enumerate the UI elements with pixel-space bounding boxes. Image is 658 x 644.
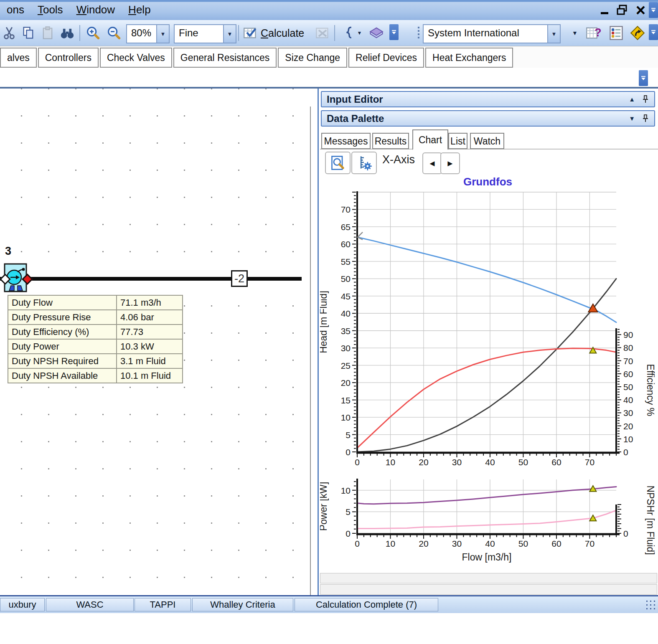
- restore-button[interactable]: [616, 4, 628, 16]
- close-button[interactable]: ×: [636, 2, 645, 18]
- component-tab-general-resistances[interactable]: General Resistances: [173, 48, 277, 68]
- toolbar-overflow-button[interactable]: [389, 24, 399, 40]
- resize-grip-icon[interactable]: [645, 600, 656, 611]
- svg-text:?: ?: [594, 26, 601, 39]
- zoom-level-value: 80%: [127, 25, 156, 43]
- minimize-button[interactable]: [601, 6, 608, 14]
- data-palette-header[interactable]: Data Palette ▼: [321, 110, 655, 127]
- calculate-label: Calculate: [261, 27, 304, 39]
- duty-table-row: Duty NPSH Required3.1 m Fluid: [8, 354, 183, 368]
- application-window: onsToolsWindowHelp ×: [0, 0, 658, 644]
- input-editor-header[interactable]: Input Editor ▲: [321, 91, 655, 107]
- combo-dropdown-icon[interactable]: ▼: [156, 25, 169, 43]
- panel-footer-row: [320, 573, 657, 583]
- svg-text:0: 0: [355, 539, 360, 548]
- duty-label: Duty Pressure Rise: [8, 310, 117, 325]
- palette-tab-results[interactable]: Results: [372, 133, 409, 149]
- secondary-dropdown-button[interactable]: ▼: [567, 23, 582, 43]
- svg-text:0: 0: [346, 447, 351, 457]
- axis-settings-button[interactable]: [351, 152, 377, 174]
- component-tab-check-valves[interactable]: Check Valves: [100, 48, 172, 68]
- options-button[interactable]: [606, 23, 627, 43]
- menu-window[interactable]: Window: [70, 0, 122, 19]
- component-tab-alves[interactable]: alves: [0, 48, 37, 68]
- duty-table-row: Duty Efficiency (%)77.73: [8, 325, 183, 339]
- script-button[interactable]: ▼: [338, 23, 365, 43]
- palette-overflow-button[interactable]: [639, 70, 648, 86]
- palette-tab-messages[interactable]: Messages: [321, 133, 371, 149]
- units-combobox[interactable]: System International ▼: [423, 24, 561, 43]
- palette-tab-watch[interactable]: Watch: [470, 133, 504, 149]
- overflow-arrow-icon: [392, 32, 396, 34]
- overflow-arrow-icon: [651, 32, 655, 34]
- dropdown-arrow-icon: ▼: [572, 30, 578, 36]
- scissors-icon: [2, 26, 16, 40]
- overflow-icon: [641, 76, 645, 77]
- quality-combobox[interactable]: Fine ▼: [174, 24, 236, 43]
- toolbar-separator: [238, 25, 239, 41]
- paste-button[interactable]: [38, 23, 57, 43]
- panel-footer-row: [320, 584, 657, 595]
- book-button[interactable]: [367, 23, 386, 43]
- svg-text:60: 60: [623, 369, 633, 379]
- svg-text:30: 30: [341, 343, 351, 353]
- duty-value: 3.1 m Fluid: [117, 354, 183, 368]
- canvas-splitter[interactable]: [310, 106, 311, 595]
- zoom-level-combobox[interactable]: 80% ▼: [126, 24, 170, 43]
- svg-text:60: 60: [551, 457, 561, 467]
- collapse-up-icon[interactable]: ▲: [629, 96, 635, 103]
- toolbar-overflow-button[interactable]: [649, 24, 658, 40]
- svg-text:0: 0: [346, 529, 351, 538]
- menubar-overflow-button[interactable]: [649, 2, 658, 18]
- svg-text:Flow [m3/h]: Flow [m3/h]: [462, 552, 512, 563]
- menu-help[interactable]: Help: [122, 0, 157, 19]
- calculate-button[interactable]: Calculate: [241, 23, 314, 43]
- unit-help-button[interactable]: ?: [583, 23, 604, 43]
- component-tab-heat-exchangers[interactable]: Heat Exchangers: [425, 48, 513, 68]
- copy-button[interactable]: [19, 23, 38, 43]
- x-axis-prev-button[interactable]: ◄: [422, 152, 442, 174]
- svg-text:65: 65: [341, 222, 351, 232]
- palette-tab-chart[interactable]: Chart: [412, 129, 448, 150]
- svg-text:35: 35: [341, 326, 351, 336]
- navigate-button[interactable]: [628, 23, 648, 43]
- menu-ons[interactable]: ons: [0, 0, 31, 19]
- pin-icon[interactable]: [642, 95, 649, 104]
- svg-text:NPSHr [m Fluid]: NPSHr [m Fluid]: [645, 485, 656, 555]
- svg-text:90: 90: [623, 330, 633, 340]
- overflow-icon: [392, 30, 396, 31]
- cut-button[interactable]: [0, 23, 18, 43]
- stop-calculation-button[interactable]: [313, 23, 332, 43]
- node-label: 3: [5, 245, 11, 258]
- svg-text:40: 40: [623, 395, 633, 405]
- combo-dropdown-icon[interactable]: ▼: [547, 25, 560, 43]
- collapse-down-icon[interactable]: ▼: [629, 115, 635, 122]
- input-editor-title: Input Editor: [327, 94, 629, 105]
- svg-text:30: 30: [452, 457, 462, 467]
- pipe-line[interactable]: [0, 277, 302, 281]
- toolbar-grip[interactable]: [418, 27, 419, 39]
- junction-node[interactable]: -2: [231, 270, 248, 287]
- component-tab-relief-devices[interactable]: Relief Devices: [348, 48, 424, 68]
- x-axis-next-button[interactable]: ►: [440, 152, 460, 174]
- svg-text:40: 40: [341, 309, 351, 318]
- zoom-in-button[interactable]: [84, 23, 103, 43]
- svg-text:30: 30: [452, 539, 462, 548]
- zoom-out-button[interactable]: [104, 23, 124, 43]
- schematic-canvas[interactable]: 3 -2 Duty Flow71.1 m3/hDuty Pressure Ris…: [0, 89, 303, 595]
- window-controls: ×: [601, 0, 645, 20]
- pump-performance-chart: 0102030405060700510152025303540455055606…: [320, 190, 658, 571]
- combo-dropdown-icon[interactable]: ▼: [223, 25, 236, 43]
- component-tab-controllers[interactable]: Controllers: [38, 48, 99, 68]
- zoom-in-icon: [86, 25, 101, 41]
- svg-text:50: 50: [518, 539, 528, 548]
- svg-text:Head [m Fluid]: Head [m Fluid]: [320, 291, 329, 353]
- svg-text:10: 10: [386, 539, 395, 548]
- component-tab-size-change[interactable]: Size Change: [278, 48, 347, 68]
- duty-value: 10.3 kW: [117, 339, 183, 354]
- menu-tools[interactable]: Tools: [31, 0, 70, 19]
- pin-icon[interactable]: [642, 114, 649, 123]
- palette-tab-list[interactable]: List: [448, 133, 467, 149]
- find-button[interactable]: [58, 23, 77, 43]
- chart-preview-button[interactable]: [325, 152, 351, 174]
